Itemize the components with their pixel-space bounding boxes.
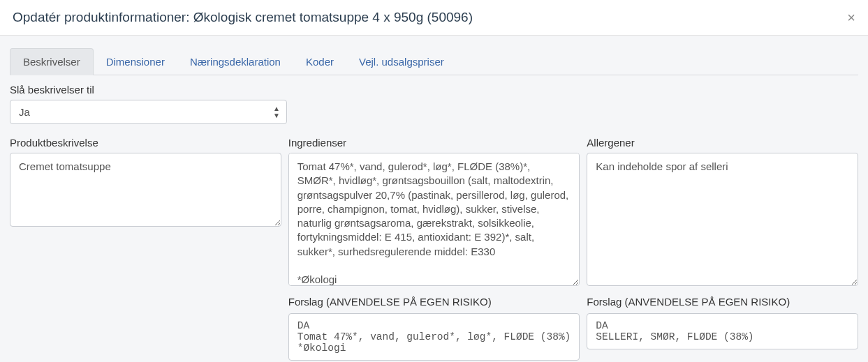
content-area: Beskrivelser Dimensioner Næringsdeklarat… [0, 36, 868, 361]
tab-vejl-udsalgspriser[interactable]: Vejl. udsalgspriser [346, 48, 457, 75]
col-allergens: Allergener Forslag (ANVENDELSE PÅ EGEN R… [587, 137, 858, 361]
ing-sugg-line2: Tomat 47%*, vand, gulerod*, løg*, FLØDE … [297, 331, 571, 342]
tab-dimensioner[interactable]: Dimensioner [94, 48, 177, 75]
tab-bar: Beskrivelser Dimensioner Næringsdeklarat… [10, 48, 858, 75]
ingredients-label: Ingredienser [288, 137, 580, 149]
form-area: Slå beskrivelser til Ja ▲▼ Produktbeskri… [10, 75, 858, 361]
allergens-textarea[interactable] [587, 153, 858, 286]
columns: Produktbeskrivelse Ingredienser Forslag … [10, 137, 858, 361]
ing-sugg-line3: *Økologi [297, 342, 346, 354]
modal-header: Opdatér produktinformationer: Økologisk … [0, 0, 868, 36]
allergens-label: Allergener [587, 137, 858, 149]
col-ingredients: Ingredienser Forslag (ANVENDELSE PÅ EGEN… [288, 137, 580, 361]
all-sugg-line2: SELLERI, SMØR, FLØDE (38%) [596, 331, 753, 342]
close-button[interactable]: × [847, 10, 855, 24]
tab-koder[interactable]: Koder [293, 48, 346, 75]
ingredients-textarea[interactable] [288, 153, 580, 286]
ingredients-suggestion-label: Forslag (ANVENDELSE PÅ EGEN RISIKO) [288, 296, 580, 308]
ingredients-suggestion-box: DA Tomat 47%*, vand, gulerod*, løg*, FLØ… [288, 313, 580, 361]
toggle-label: Slå beskrivelser til [10, 84, 858, 96]
description-textarea[interactable] [10, 153, 281, 227]
tab-naeringsdeklaration[interactable]: Næringsdeklaration [177, 48, 293, 75]
toggle-select[interactable]: Ja [10, 100, 287, 124]
ing-sugg-line1: DA [297, 320, 309, 331]
description-label: Produktbeskrivelse [10, 137, 281, 149]
all-sugg-line1: DA [596, 320, 608, 331]
allergens-suggestion-label: Forslag (ANVENDELSE PÅ EGEN RISIKO) [587, 296, 858, 308]
allergens-suggestion-box: DA SELLERI, SMØR, FLØDE (38%) [587, 313, 858, 349]
tab-beskrivelser[interactable]: Beskrivelser [10, 48, 94, 75]
toggle-select-wrap: Ja ▲▼ [10, 100, 287, 124]
col-description: Produktbeskrivelse [10, 137, 281, 361]
modal-title: Opdatér produktinformationer: Økologisk … [13, 10, 473, 25]
